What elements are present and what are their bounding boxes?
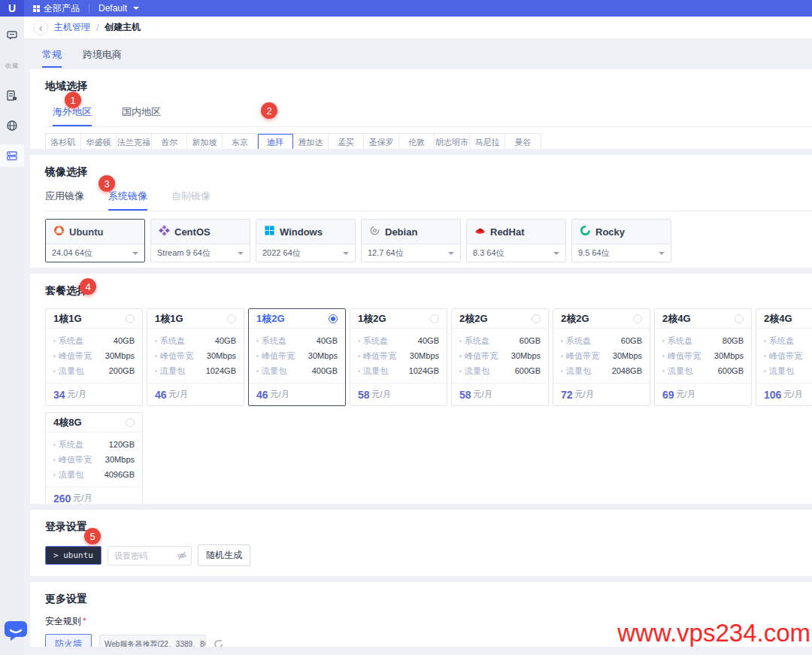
spec-label: 流量包 (53, 469, 83, 481)
plan-card-1c2g-b[interactable]: 1核2G 系统盘40GB 峰值带宽30Mbps 流量包1024GB 58元/月 (350, 308, 447, 406)
tab-app-image[interactable]: 应用镜像 (45, 190, 84, 211)
radio-icon[interactable] (633, 314, 642, 323)
firewall-button[interactable]: 防火墙 (45, 634, 92, 647)
city-mumbai[interactable]: 孟买 (329, 134, 364, 149)
plan-card-1c2g-a[interactable]: 1核2G 系统盘40GB 峰值带宽30Mbps 流量包400GB 46元/月 (248, 308, 346, 406)
global-network-icon[interactable] (0, 114, 24, 137)
redhat-version-select[interactable]: 8.3 64位 (467, 244, 565, 262)
price-unit: 元/月 (575, 389, 594, 400)
tab-general[interactable]: 常规 (42, 48, 62, 68)
os-card-redhat[interactable]: RedHat 8.3 64位 (466, 219, 566, 262)
city-singapore[interactable]: 新加坡 (187, 134, 223, 149)
plan-name: 1核2G (256, 312, 285, 326)
tab-custom-image[interactable]: 自制镜像 (171, 190, 211, 211)
spec-value: 1024GB (206, 366, 236, 375)
price-unit: 元/月 (474, 389, 492, 400)
spec-value: 40GB (317, 336, 338, 345)
ubuntu-version-select[interactable]: 24.04 64位 (46, 244, 144, 262)
project-selector[interactable]: Default (89, 0, 148, 17)
tab-overseas[interactable]: 海外地区 (53, 105, 92, 126)
windows-version-select[interactable]: 2022 64位 (256, 244, 355, 262)
support-chat-icon[interactable] (0, 24, 24, 47)
favorites-item[interactable]: 收藏 (0, 54, 24, 77)
plans-section: 套餐选择 4 1核1G 系统盘40GB 峰值带宽30Mbps 流量包200GB … (30, 274, 812, 504)
chevron-down-icon (133, 7, 139, 10)
city-manila[interactable]: 马尼拉 (470, 134, 505, 149)
tab-system-image[interactable]: 系统镜像 (108, 190, 147, 211)
plan-card-4c8g[interactable]: 4核8G 系统盘120GB 峰值带宽30Mbps 流量包4096GB 260元/… (45, 412, 143, 504)
city-hochiminh[interactable]: 胡志明市 (435, 134, 470, 149)
spec-value: 30Mbps (105, 455, 135, 464)
step-badge-2: 2 (261, 102, 277, 119)
city-washington[interactable]: 华盛顿 (81, 134, 117, 149)
debian-version-select[interactable]: 12.7 64位 (362, 244, 460, 262)
back-button[interactable]: ‹ (33, 20, 48, 35)
city-tokyo[interactable]: 东京 (223, 134, 258, 149)
os-card-rocky[interactable]: Rocky 9.5 64位 (571, 219, 671, 262)
tab-domestic[interactable]: 国内地区 (122, 105, 161, 126)
plan-name: 1核1G (155, 312, 183, 326)
plan-card-2c4g-a[interactable]: 2核4G 系统盘80GB 峰值带宽30Mbps 流量包600GB 69元/月 (654, 308, 752, 406)
spec-label: 峰值带宽 (155, 350, 193, 362)
breadcrumb-parent[interactable]: 主机管理 (54, 21, 90, 34)
plans-title: 套餐选择 (45, 284, 812, 298)
spec-label: 流量包 (155, 365, 185, 377)
city-london[interactable]: 伦敦 (399, 134, 435, 149)
plan-card-2c2g-a[interactable]: 2核2G 系统盘60GB 峰值带宽30Mbps 流量包600GB 58元/月 (451, 308, 549, 406)
city-dubai[interactable]: 迪拜 (258, 134, 293, 149)
image-tabs: 应用镜像 系统镜像 自制镜像 (45, 190, 812, 211)
plan-card-1c1g-b[interactable]: 1核1G 系统盘40GB 峰值带宽30Mbps 流量包1024GB 46元/月 (147, 308, 244, 406)
spec-label: 系统盘 (155, 335, 185, 347)
host-docs-icon[interactable] (0, 84, 24, 107)
spec-label: 流量包 (662, 365, 692, 377)
random-generate-button[interactable]: 随机生成 (198, 544, 250, 566)
radio-icon[interactable] (126, 418, 135, 427)
radio-icon[interactable] (532, 314, 541, 323)
city-seoul[interactable]: 首尔 (152, 134, 187, 149)
region-tabs: 海外地区 国内地区 (45, 105, 812, 127)
city-losangeles[interactable]: 洛杉矶 (46, 134, 81, 149)
plan-card-1c1g-a[interactable]: 1核1G 系统盘40GB 峰值带宽30Mbps 流量包200GB 34元/月 (45, 308, 143, 406)
spec-value: 30Mbps (714, 351, 744, 360)
city-frankfurt[interactable]: 法兰克福 (117, 134, 152, 149)
ucloud-logo[interactable]: U (0, 0, 24, 17)
os-name: Rocky (595, 226, 625, 238)
radio-icon[interactable] (227, 314, 236, 323)
refresh-icon[interactable] (214, 639, 223, 647)
username-button[interactable]: > ubuntu (45, 546, 102, 565)
city-bangkok[interactable]: 曼谷 (505, 134, 541, 149)
radio-icon[interactable] (430, 314, 439, 323)
password-field-wrap (108, 546, 192, 566)
os-card-ubuntu[interactable]: Ubuntu 24.04 64位 (45, 219, 145, 262)
region-section: 地域选择 1 2 海外地区 国内地区 洛杉矶 华盛顿 法兰克福 首尔 新加坡 东… (30, 69, 812, 149)
plan-name: 2核2G (459, 312, 488, 326)
plan-card-2c2g-b[interactable]: 2核2G 系统盘60GB 峰值带宽30Mbps 流量包2048GB 72元/月 (553, 308, 650, 406)
security-rule-select[interactable]: Web服务器推荐(22、3389、80、443) (99, 635, 206, 647)
centos-icon (159, 225, 170, 238)
all-products-menu[interactable]: 全部产品 (24, 0, 89, 17)
spec-value: 400GB (312, 366, 338, 375)
tab-cross-border[interactable]: 跨境电商 (83, 48, 122, 68)
centos-version-select[interactable]: Stream 9 64位 (151, 244, 250, 262)
windows-icon (264, 225, 275, 238)
spec-label: 流量包 (561, 365, 591, 377)
plan-card-2c4g-b[interactable]: 2核4G 系统盘 峰值带宽 流量包 106元/月 (756, 308, 812, 406)
city-jakarta[interactable]: 雅加达 (293, 134, 329, 149)
spec-label: 峰值带宽 (358, 350, 396, 362)
plan-price: 58 (459, 389, 471, 401)
os-card-centos[interactable]: CentOS Stream 9 64位 (150, 219, 250, 262)
spec-label: 系统盘 (561, 335, 591, 347)
uhost-console-item[interactable] (0, 144, 24, 167)
city-saopaulo[interactable]: 圣保罗 (364, 134, 399, 149)
radio-icon[interactable] (126, 314, 135, 323)
os-card-debian[interactable]: Debian 12.7 64位 (361, 219, 461, 262)
rocky-version-select[interactable]: 9.5 64位 (572, 244, 671, 262)
spec-label: 流量包 (53, 365, 83, 377)
grid-icon (33, 5, 40, 12)
os-card-windows[interactable]: Windows 2022 64位 (256, 219, 356, 262)
radio-icon[interactable] (735, 314, 744, 323)
chat-bubble-icon[interactable] (5, 621, 27, 643)
radio-checked-icon[interactable] (329, 314, 338, 323)
price-unit: 元/月 (783, 389, 802, 400)
eye-off-icon[interactable] (177, 550, 187, 563)
